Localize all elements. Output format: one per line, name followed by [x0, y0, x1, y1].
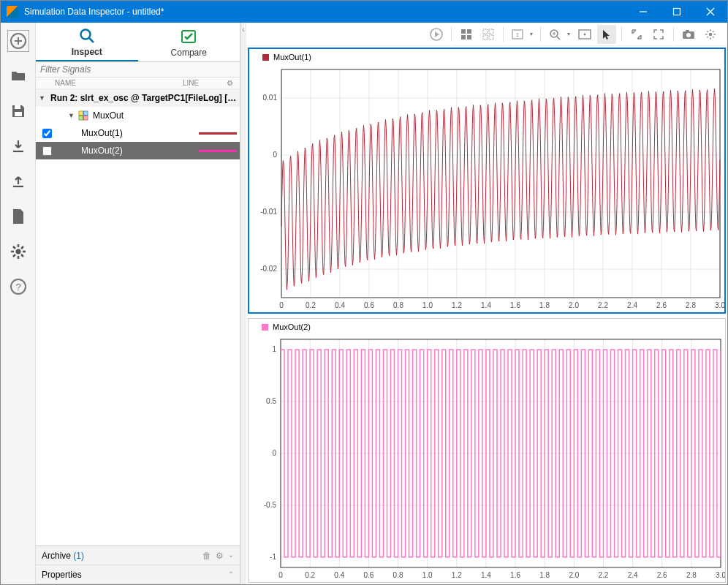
- plot-panel-1[interactable]: MuxOut(1) 00.20.40.60.81.01.21.41.61.82.…: [248, 48, 726, 314]
- svg-line-19: [21, 246, 23, 249]
- signal-row-muxout2[interactable]: MuxOut(2): [36, 142, 240, 159]
- svg-point-49: [686, 33, 691, 37]
- pointer-button[interactable]: [597, 25, 616, 44]
- svg-text:?: ?: [15, 282, 20, 292]
- tab-inspect-label: Inspect: [72, 47, 102, 57]
- signal-group-row[interactable]: ▼ MuxOut: [36, 107, 240, 124]
- svg-text:2.4: 2.4: [628, 571, 638, 579]
- plot-panel-2[interactable]: MuxOut(2) 00.20.40.60.81.01.21.41.61.82.…: [248, 318, 726, 583]
- svg-line-16: [13, 246, 15, 249]
- svg-text:2.6: 2.6: [657, 571, 667, 579]
- properties-section[interactable]: Properties ⌃: [36, 565, 240, 584]
- maximize-button[interactable]: [660, 1, 694, 23]
- svg-line-23: [89, 38, 94, 42]
- svg-text:-0.5: -0.5: [264, 501, 277, 509]
- svg-text:1.0: 1.0: [422, 571, 433, 579]
- col-line: LINE: [183, 79, 227, 87]
- add-button[interactable]: [7, 30, 29, 52]
- signal-group-label: MuxOut: [90, 110, 237, 121]
- legend-label: MuxOut(2): [273, 322, 311, 331]
- plot-canvas-2[interactable]: 00.20.40.60.81.01.21.41.61.82.02.22.42.6…: [249, 335, 725, 582]
- svg-rect-33: [461, 35, 466, 39]
- chevron-up-icon[interactable]: ⌃: [228, 570, 234, 578]
- plot-area: 1 MuxOut(1) 00.20.40.60.81.01.21.41.61.8…: [246, 23, 727, 584]
- svg-text:0.01: 0.01: [263, 94, 278, 102]
- plot-settings-button[interactable]: [701, 25, 720, 44]
- signal-panel: Inspect Compare NAME LINE ⚙ ▼ Run 2: slr…: [36, 23, 240, 584]
- svg-text:2.4: 2.4: [627, 301, 637, 309]
- app-logo-icon: [7, 6, 18, 18]
- legend-swatch: [262, 54, 269, 61]
- run-button[interactable]: [427, 25, 446, 44]
- svg-text:1.2: 1.2: [452, 301, 462, 309]
- mode-tabs: Inspect Compare: [36, 23, 240, 62]
- archive-label: Archive: [42, 551, 71, 561]
- archive-count: (1): [73, 551, 84, 561]
- tab-compare[interactable]: Compare: [138, 23, 240, 61]
- chevron-down-icon[interactable]: ▼: [39, 94, 48, 102]
- import-button[interactable]: [7, 135, 29, 157]
- signal-row-muxout1[interactable]: MuxOut(1): [36, 124, 240, 142]
- svg-text:1.6: 1.6: [510, 301, 520, 309]
- archive-section[interactable]: Archive (1) 🗑 ⚙ ⌄: [36, 546, 240, 565]
- signal-tree[interactable]: ▼ Run 2: slrt_ex_osc @ TargetPC1[FileLog…: [36, 89, 240, 546]
- svg-text:1.0: 1.0: [422, 301, 433, 309]
- save-button[interactable]: [7, 100, 29, 122]
- svg-point-11: [15, 249, 20, 254]
- svg-text:2.2: 2.2: [599, 571, 609, 579]
- window-title: Simulation Data Inspector - untitled*: [24, 7, 626, 17]
- help-button[interactable]: ?: [7, 276, 29, 298]
- chevron-down-icon[interactable]: ▼: [68, 112, 77, 119]
- svg-rect-35: [483, 29, 488, 34]
- svg-text:1.4: 1.4: [481, 571, 491, 579]
- new-document-button[interactable]: [7, 205, 29, 227]
- svg-rect-27: [79, 116, 83, 121]
- tab-compare-label: Compare: [171, 48, 207, 58]
- delete-icon[interactable]: 🗑: [202, 551, 211, 561]
- plot-type-button[interactable]: 1: [509, 25, 535, 44]
- expand-button[interactable]: [627, 25, 646, 44]
- layout-grid-button[interactable]: [457, 25, 476, 44]
- svg-rect-32: [467, 29, 471, 34]
- svg-text:0.2: 0.2: [306, 301, 316, 309]
- svg-rect-1: [674, 9, 680, 15]
- svg-text:0.8: 0.8: [393, 301, 403, 309]
- settings-button[interactable]: [7, 241, 29, 263]
- snapshot-button[interactable]: [679, 25, 698, 44]
- svg-text:1.4: 1.4: [481, 301, 491, 309]
- panel-collapse-handle[interactable]: ‹: [240, 23, 246, 584]
- open-folder-button[interactable]: [7, 65, 29, 87]
- svg-line-18: [13, 254, 15, 257]
- plot-canvas-1[interactable]: 00.20.40.60.81.01.21.41.61.82.02.22.42.6…: [249, 65, 724, 312]
- svg-point-46: [584, 33, 586, 35]
- chevron-down-icon[interactable]: ⌄: [228, 551, 234, 561]
- close-button[interactable]: [694, 1, 727, 23]
- svg-line-57: [708, 37, 709, 38]
- export-button[interactable]: [7, 170, 29, 192]
- filter-signals-input[interactable]: [36, 62, 240, 77]
- columns-settings-icon[interactable]: ⚙: [227, 79, 237, 87]
- layout-custom-button[interactable]: [479, 25, 498, 44]
- signal-checkbox[interactable]: [42, 129, 52, 138]
- svg-text:1: 1: [272, 345, 276, 353]
- signal-label: MuxOut(2): [78, 146, 199, 156]
- signal-label: MuxOut(1): [78, 128, 199, 138]
- minimize-button[interactable]: [626, 1, 660, 23]
- svg-rect-48: [686, 30, 689, 32]
- svg-text:2.6: 2.6: [656, 301, 667, 309]
- fullscreen-button[interactable]: [649, 25, 668, 44]
- check-icon: [180, 27, 197, 46]
- run-row[interactable]: ▼ Run 2: slrt_ex_osc @ TargetPC1[FileLog…: [36, 89, 240, 107]
- properties-label: Properties: [42, 570, 82, 580]
- svg-text:0: 0: [272, 449, 276, 457]
- svg-text:0.8: 0.8: [393, 571, 403, 579]
- gear-icon[interactable]: ⚙: [216, 551, 224, 561]
- search-icon: [78, 26, 96, 45]
- svg-line-42: [557, 37, 560, 39]
- svg-line-58: [713, 31, 714, 32]
- fit-button[interactable]: [575, 25, 594, 44]
- zoom-button[interactable]: [546, 25, 572, 44]
- tab-inspect[interactable]: Inspect: [36, 23, 138, 61]
- svg-rect-26: [84, 111, 88, 116]
- signal-checkbox[interactable]: [42, 146, 52, 156]
